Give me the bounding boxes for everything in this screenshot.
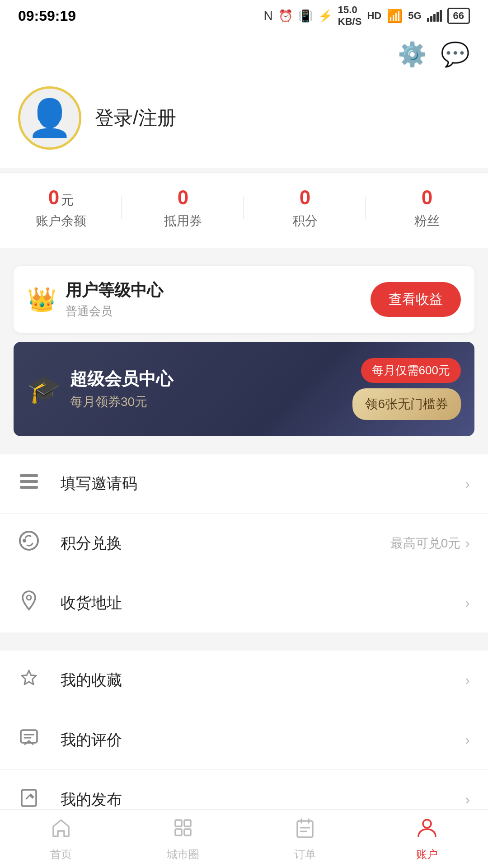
- orders-nav-icon: [294, 816, 316, 844]
- balance-value: 0: [48, 186, 59, 209]
- crown-icon: 👑: [27, 286, 56, 313]
- svg-point-26: [423, 820, 431, 828]
- section-divider-3: [0, 642, 488, 651]
- svg-rect-9: [22, 790, 36, 806]
- avatar[interactable]: 👤: [18, 86, 81, 150]
- nav-account[interactable]: 账户: [366, 812, 488, 866]
- chevron-icon-points: ›: [465, 535, 470, 552]
- points-exchange-right: 最高可兑0元 ›: [390, 535, 470, 552]
- coupon-label: 抵用券: [164, 212, 202, 230]
- wifi-icon: 📶: [387, 9, 403, 24]
- account-nav-label: 账户: [416, 847, 438, 862]
- price-tag: 每月仅需600元: [361, 358, 461, 383]
- get-coupon-button[interactable]: 领6张无门槛券: [352, 388, 461, 420]
- settings-icon[interactable]: ⚙️: [398, 41, 427, 68]
- hd-icon: HD: [367, 10, 381, 22]
- chevron-icon-invite: ›: [465, 476, 470, 492]
- stat-points[interactable]: 0 积分: [244, 186, 366, 230]
- favorites-icon: [18, 667, 50, 693]
- header-actions: ⚙️ 💬: [0, 32, 488, 82]
- reviews-right: ›: [465, 731, 470, 748]
- fans-label: 粉丝: [414, 212, 440, 230]
- invite-code-label: 填写邀请码: [61, 473, 465, 494]
- favorites-label: 我的收藏: [61, 670, 465, 691]
- vip-level-card: 👑 用户等级中心 普通会员 查看收益: [14, 266, 474, 333]
- super-vip-title: 超级会员中心: [70, 368, 173, 391]
- chevron-icon-reviews: ›: [465, 731, 470, 748]
- vip-card-left: 👑 用户等级中心 普通会员: [27, 279, 163, 319]
- svg-rect-20: [184, 820, 191, 826]
- svg-rect-21: [175, 829, 182, 835]
- address-label: 收货地址: [61, 593, 465, 613]
- super-vip-right: 每月仅需600元 领6张无门槛券: [352, 358, 461, 420]
- menu-item-invite[interactable]: 填写邀请码 ›: [0, 454, 488, 514]
- status-icons: N ⏰ 📳 ⚡ 15.0KB/S HD 📶 5G 66: [264, 4, 470, 28]
- home-nav-icon: [50, 816, 72, 844]
- bottom-nav: 首页 城市圈 订单: [0, 809, 488, 868]
- svg-rect-1: [20, 480, 38, 483]
- menu-item-favorites[interactable]: 我的收藏 ›: [0, 651, 488, 710]
- points-exchange-hint: 最高可兑0元: [390, 535, 461, 552]
- stat-fans[interactable]: 0 粉丝: [366, 186, 488, 230]
- stat-balance[interactable]: 0 元 账户余额: [0, 186, 122, 230]
- nav-city-circle[interactable]: 城市圈: [122, 812, 244, 866]
- favorites-right: ›: [465, 672, 470, 689]
- bluetooth-icon: ⚡: [318, 9, 333, 23]
- section-divider-2: [0, 445, 488, 454]
- address-icon: [18, 590, 50, 616]
- section-divider-1: [0, 248, 488, 257]
- invite-code-icon: [18, 471, 50, 497]
- stats-row: 0 元 账户余额 0 抵用券 0 积分 0 粉丝: [0, 172, 488, 248]
- stat-coupon[interactable]: 0 抵用券: [122, 186, 244, 230]
- message-icon[interactable]: 💬: [441, 41, 470, 68]
- points-label: 积分: [292, 212, 318, 230]
- address-right: ›: [465, 594, 470, 611]
- menu-item-points[interactable]: 积分兑换 最高可兑0元 ›: [0, 514, 488, 573]
- menu-item-address[interactable]: 收货地址 ›: [0, 573, 488, 632]
- fans-value: 0: [422, 186, 432, 209]
- signal-bars: [427, 10, 442, 22]
- chevron-icon-address: ›: [465, 594, 470, 611]
- network-speed-icon: 15.0KB/S: [338, 4, 362, 28]
- view-earnings-button[interactable]: 查看收益: [371, 282, 461, 317]
- super-vip-subtitle: 每月领券30元: [70, 393, 173, 410]
- svg-rect-19: [175, 820, 182, 826]
- status-bar: 09:59:19 N ⏰ 📳 ⚡ 15.0KB/S HD 📶 5G 66: [0, 0, 488, 32]
- 5g-icon: 5G: [408, 10, 421, 22]
- chevron-icon-favorites: ›: [465, 672, 470, 689]
- menu-section-1: 填写邀请码 › 积分兑换 最高可兑0元 ›: [0, 454, 488, 632]
- publish-label: 我的发布: [61, 789, 465, 810]
- alarm-icon: ⏰: [278, 9, 293, 23]
- svg-rect-23: [297, 821, 313, 837]
- nav-home[interactable]: 首页: [0, 812, 122, 866]
- menu-item-reviews[interactable]: 我的评价 ›: [0, 710, 488, 770]
- svg-rect-22: [184, 829, 191, 835]
- nav-orders[interactable]: 订单: [244, 812, 366, 866]
- vip-subtitle: 普通会员: [66, 303, 163, 319]
- account-nav-icon: [416, 816, 438, 844]
- super-vip-banner[interactable]: 🎓 超级会员中心 每月领券30元 每月仅需600元 领6张无门槛券: [14, 342, 474, 436]
- status-time: 09:59:19: [18, 8, 76, 24]
- super-vip-left: 🎓 超级会员中心 每月领券30元: [27, 368, 173, 410]
- profile-section: 👤 登录/注册: [0, 82, 488, 168]
- reviews-icon: [18, 726, 50, 753]
- svg-point-5: [27, 595, 31, 600]
- vip-title: 用户等级中心: [66, 279, 163, 302]
- svg-rect-0: [20, 474, 38, 477]
- svg-point-4: [23, 539, 26, 542]
- vibrate-icon: 📳: [298, 9, 313, 23]
- orders-nav-label: 订单: [294, 847, 316, 862]
- avatar-placeholder-icon: 👤: [27, 97, 72, 139]
- home-nav-label: 首页: [50, 847, 72, 862]
- chevron-icon-publish: ›: [465, 791, 470, 808]
- coupon-value: 0: [178, 186, 188, 209]
- login-register-text[interactable]: 登录/注册: [95, 105, 176, 131]
- invite-code-right: ›: [465, 476, 470, 492]
- reviews-label: 我的评价: [61, 730, 465, 750]
- balance-label: 账户余额: [36, 212, 86, 230]
- menu-section-2: 我的收藏 › 我的评价 ›: [0, 651, 488, 829]
- points-exchange-icon: [18, 530, 50, 557]
- points-value: 0: [300, 186, 310, 209]
- points-exchange-label: 积分兑换: [61, 533, 390, 554]
- graduation-icon: 🎓: [27, 373, 61, 405]
